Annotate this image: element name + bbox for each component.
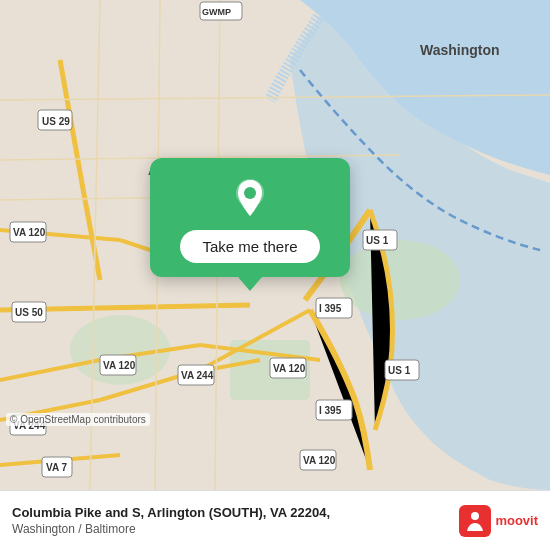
info-bar: Columbia Pike and S, Arlington (SOUTH), … <box>0 490 550 550</box>
take-me-there-button[interactable]: Take me there <box>180 230 319 263</box>
svg-text:I 395: I 395 <box>319 303 342 314</box>
svg-text:VA 120: VA 120 <box>13 227 46 238</box>
svg-text:Washington: Washington <box>420 42 500 58</box>
copyright-text: © OpenStreetMap contributors <box>6 413 150 426</box>
moovit-icon <box>459 505 491 537</box>
location-name: Columbia Pike and S, Arlington (SOUTH), … <box>12 505 459 522</box>
svg-text:US 1: US 1 <box>366 235 389 246</box>
svg-text:VA 120: VA 120 <box>273 363 306 374</box>
svg-text:VA 120: VA 120 <box>303 455 336 466</box>
svg-point-1 <box>340 240 460 320</box>
svg-text:VA 244: VA 244 <box>181 370 214 381</box>
svg-text:VA 120: VA 120 <box>103 360 136 371</box>
svg-text:US 1: US 1 <box>388 365 411 376</box>
svg-text:US 29: US 29 <box>42 116 70 127</box>
svg-point-56 <box>471 512 479 520</box>
location-sub: Washington / Baltimore <box>12 522 459 536</box>
svg-text:US 50: US 50 <box>15 307 43 318</box>
moovit-text: moovit <box>495 513 538 528</box>
svg-text:I 395: I 395 <box>319 405 342 416</box>
svg-text:VA 7: VA 7 <box>46 462 68 473</box>
moovit-logo: moovit <box>459 505 538 537</box>
svg-point-54 <box>244 187 256 199</box>
location-pin-icon <box>228 176 272 220</box>
svg-rect-55 <box>459 505 491 537</box>
popup-card: Take me there <box>150 158 350 277</box>
svg-text:GWMP: GWMP <box>202 7 231 17</box>
map-container[interactable]: Washington Arlington US 29 VA 120 VA 120… <box>0 0 550 490</box>
info-text: Columbia Pike and S, Arlington (SOUTH), … <box>12 505 459 536</box>
